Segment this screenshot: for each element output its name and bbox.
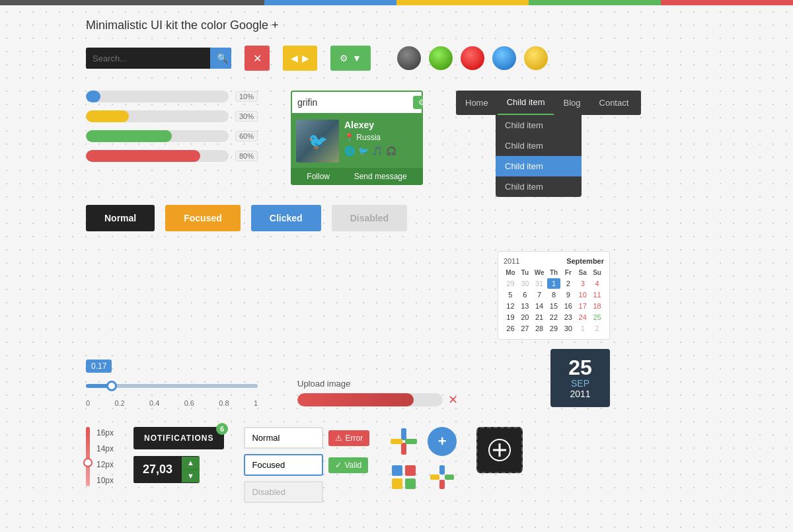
- nav-item-home[interactable]: Home: [456, 91, 498, 114]
- cal-day-9[interactable]: 9: [561, 289, 575, 300]
- cal-hdr-tu: Tu: [518, 268, 532, 278]
- font-slider-thumb[interactable]: [83, 458, 93, 467]
- profile-name-input[interactable]: [297, 97, 413, 108]
- slider-value: 0.17: [86, 360, 112, 373]
- clicked-button[interactable]: Clicked: [251, 205, 321, 231]
- google-icons-section: +: [389, 427, 457, 492]
- cal-day-8[interactable]: 8: [547, 289, 561, 300]
- normal-input[interactable]: [244, 427, 323, 449]
- notifications-button[interactable]: NOTIFICATIONS 6: [133, 427, 224, 449]
- number-spinner: 27,03 ▲ ▼: [133, 456, 200, 483]
- cal-day-29b[interactable]: 29: [547, 323, 561, 334]
- cal-day-13[interactable]: 13: [518, 301, 532, 311]
- upload-cancel-button[interactable]: ✕: [448, 393, 458, 407]
- search-input[interactable]: [86, 48, 210, 69]
- upload-bar-wrapper: ✕: [297, 393, 458, 407]
- cal-day-11[interactable]: 11: [590, 289, 604, 300]
- spinner-up-button[interactable]: ▲: [182, 457, 200, 470]
- gplus-colored-icon[interactable]: [389, 427, 418, 456]
- dark-camera-button[interactable]: [476, 427, 523, 473]
- state-buttons-row: Normal Focused Clicked Disabled: [86, 205, 753, 231]
- slider-label-02: 0.2: [114, 399, 124, 407]
- nav-item-blog[interactable]: Blog: [554, 91, 589, 114]
- cal-day-14[interactable]: 14: [533, 301, 547, 311]
- cal-day-17[interactable]: 17: [576, 301, 589, 311]
- circle-green[interactable]: [429, 46, 453, 70]
- normal-button[interactable]: Normal: [86, 205, 155, 231]
- cal-day-5[interactable]: 5: [504, 289, 517, 300]
- close-button[interactable]: ✕: [245, 46, 270, 71]
- svg-rect-2: [391, 439, 402, 444]
- cal-day-19[interactable]: 19: [504, 312, 517, 323]
- font-slider-track[interactable]: [86, 427, 90, 486]
- cal-hdr-th: Th: [547, 268, 561, 278]
- profile-social-icons: 🌐 🐦 🎵 🎧: [344, 146, 397, 156]
- slider-thumb[interactable]: [106, 381, 117, 391]
- error-badge: ⚠ Error: [328, 430, 369, 446]
- progress-label-2: 30%: [235, 111, 258, 122]
- cal-day-26[interactable]: 26: [504, 323, 517, 334]
- cal-day-31a[interactable]: 31: [533, 278, 547, 289]
- gear-dropdown-button[interactable]: ⚙ ▼: [330, 46, 371, 71]
- circle-red[interactable]: [461, 46, 484, 70]
- cal-day-25[interactable]: 25: [590, 312, 604, 323]
- cal-day-12[interactable]: 12: [504, 301, 517, 311]
- cal-day-20[interactable]: 20: [518, 312, 532, 323]
- profile-gear-button[interactable]: ⚙ ▼: [413, 96, 423, 109]
- profile-body: 🐦 Alexey 📍 Russia 🌐 🐦 🎵 🎧: [291, 114, 423, 168]
- nav-dropdown-item-4[interactable]: Child item: [496, 176, 582, 197]
- cal-day-28[interactable]: 28: [533, 323, 547, 334]
- nav-dropdown-item-1[interactable]: Child item: [496, 115, 582, 135]
- nav-item-child[interactable]: Child item: [498, 91, 554, 115]
- calendar-header: 2011 September: [504, 257, 604, 265]
- cal-day-30a[interactable]: 30: [518, 278, 532, 289]
- cal-day-15[interactable]: 15: [547, 301, 561, 311]
- cal-day-6[interactable]: 6: [518, 289, 532, 300]
- slider-section: 0.17 0 0.2 0.4 0.6 0.8 1: [86, 360, 258, 407]
- nav-dropdown-item-2[interactable]: Child item: [496, 135, 582, 156]
- cal-day-1[interactable]: 1: [547, 278, 561, 289]
- cal-day-22[interactable]: 22: [547, 312, 561, 323]
- follow-button[interactable]: Follow: [307, 172, 330, 181]
- circle-blue[interactable]: [492, 46, 516, 70]
- focused-input[interactable]: [244, 454, 323, 476]
- nav-prev-next-button[interactable]: ◀ ▶: [283, 46, 317, 71]
- nav-item-contact[interactable]: Contact: [590, 91, 638, 114]
- cal-day-23[interactable]: 23: [561, 312, 575, 323]
- cal-day-10[interactable]: 10: [576, 289, 589, 300]
- progress-fill-1: [86, 91, 100, 102]
- send-message-button[interactable]: Send message: [354, 172, 407, 181]
- cal-day-21[interactable]: 21: [533, 312, 547, 323]
- cal-day-18[interactable]: 18: [590, 301, 604, 311]
- cal-day-2b[interactable]: 2: [590, 323, 604, 334]
- cal-day-30b[interactable]: 30: [561, 323, 575, 334]
- search-button[interactable]: 🔍: [210, 48, 231, 69]
- circle-yellow[interactable]: [524, 46, 548, 70]
- date-card-day: 25: [561, 357, 599, 378]
- cal-day-29a[interactable]: 29: [504, 278, 517, 289]
- progress-row-1: 10%: [86, 91, 258, 102]
- cal-day-7[interactable]: 7: [533, 289, 547, 300]
- blue-plus-icon[interactable]: +: [428, 427, 457, 456]
- valid-badge: ✓ Valid: [328, 457, 368, 473]
- slider-track[interactable]: [86, 384, 258, 388]
- nav-dropdown-item-3[interactable]: Child item: [496, 156, 582, 176]
- cal-day-3[interactable]: 3: [576, 278, 589, 289]
- calendar-year: 2011: [504, 257, 519, 265]
- gplus-grid-icon[interactable]: [389, 463, 418, 492]
- profile-avatar: 🐦: [296, 120, 339, 163]
- cal-day-2[interactable]: 2: [561, 278, 575, 289]
- cal-day-16[interactable]: 16: [561, 301, 575, 311]
- cal-day-4[interactable]: 4: [590, 278, 604, 289]
- svg-rect-1: [401, 443, 406, 455]
- spinner-down-button[interactable]: ▼: [182, 470, 200, 482]
- cal-day-1b[interactable]: 1: [576, 323, 589, 334]
- cal-day-24[interactable]: 24: [576, 312, 589, 323]
- input-focused-row: ✓ Valid: [244, 454, 369, 476]
- colored-plus-icon[interactable]: [428, 463, 457, 492]
- cal-day-27[interactable]: 27: [518, 323, 532, 334]
- calendar-date-section: 2011 September Mo Tu We Th Fr Sa Su 29 3…: [498, 251, 610, 407]
- circle-gray[interactable]: [397, 46, 421, 70]
- focused-button[interactable]: Focused: [165, 205, 241, 231]
- page-wrapper: Minimalistic UI kit the color Google + 🔍…: [0, 5, 793, 532]
